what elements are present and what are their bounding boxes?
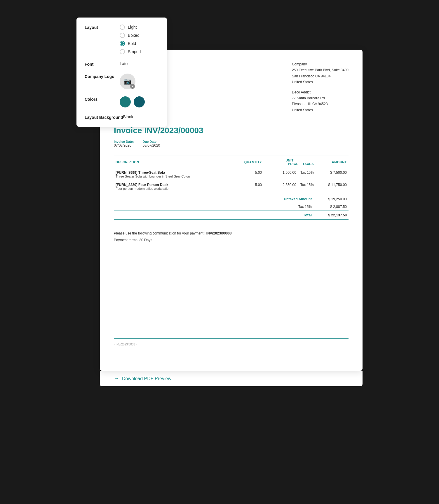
logo-label: Company Logo	[85, 74, 120, 79]
layout-row: Layout Light Boxed Bold Striped	[85, 25, 159, 54]
total-label: Total	[265, 213, 312, 217]
item1-amount: $ 7,500.00	[316, 168, 349, 181]
bg-label: Layout Background	[85, 114, 123, 120]
bg-value: Blank	[123, 114, 133, 119]
camera-icon: 📷	[124, 78, 132, 85]
item2-amount: $ 11,750.00	[316, 180, 349, 193]
add-logo-icon: +	[130, 84, 135, 89]
col-description: DESCRIPTION	[114, 156, 232, 168]
col-price: UNIT PRICE TAXES	[264, 156, 316, 168]
item2-price-taxes: 2,350.00 Tax 15%	[264, 180, 316, 193]
client-addr3: United States	[292, 107, 349, 113]
logo-row: Company Logo 📷 +	[85, 74, 159, 89]
font-label: Font	[85, 61, 120, 67]
color-swatch-2[interactable]	[134, 96, 145, 107]
invoice-title: Invoice INV/2023/00003	[114, 126, 349, 135]
logo-upload[interactable]: 📷 +	[120, 74, 135, 89]
arrow-icon: →	[114, 376, 119, 382]
table-header-row: DESCRIPTION QUANTITY UNIT PRICE TAXES AM…	[114, 156, 349, 168]
layout-label: Layout	[85, 25, 120, 30]
payment-ref: INV/2023/00003	[206, 231, 232, 235]
untaxed-amount: $ 19,250.00	[320, 197, 347, 201]
table-row: [FURN_8220] Four Person Desk Four person…	[114, 180, 349, 193]
col-quantity: QUANTITY	[232, 156, 264, 168]
font-row: Font Lato	[85, 61, 159, 67]
item2-qty: 5.00	[232, 180, 264, 193]
client-name: Deco Addict	[292, 89, 349, 95]
untaxed-label: Untaxed Amount	[265, 197, 312, 201]
download-label: Download PDF Preview	[122, 376, 171, 381]
table-row: [FURN_8999] Three-Seat Sofa Three Seater…	[114, 168, 349, 181]
tax-amount: $ 2,887.50	[320, 205, 347, 209]
client-block: Deco Addict 77 Santa Barbara Rd Pleasant…	[292, 89, 349, 113]
colors-row: Colors	[85, 96, 159, 107]
layout-options: Light Boxed Bold Striped	[120, 25, 141, 54]
invoice-date-label: Invoice Date:	[114, 140, 134, 143]
due-date-label: Due Date:	[142, 140, 160, 143]
footer-line	[114, 338, 349, 339]
download-bar: → Download PDF Preview	[100, 371, 363, 386]
invoice-date-group: Invoice Date: 07/08/2020	[114, 140, 134, 147]
col-unit-price: PRICE	[288, 162, 298, 166]
layout-option-boxed[interactable]: Boxed	[120, 33, 141, 38]
colors-label: Colors	[85, 96, 120, 102]
layout-panel: Layout Light Boxed Bold Striped	[76, 18, 167, 127]
totals-section: Untaxed Amount $ 19,250.00 Tax 15% $ 2,8…	[114, 195, 349, 220]
company-address: Company 250 Executive Park Blvd, Suite 3…	[292, 61, 349, 117]
company-block: Company 250 Executive Park Blvd, Suite 3…	[292, 61, 349, 85]
payment-section: Please use the following communication f…	[114, 230, 349, 244]
radio-bold[interactable]	[120, 41, 125, 46]
color-swatches	[120, 96, 145, 107]
radio-boxed[interactable]	[120, 33, 125, 38]
invoice-dates: Invoice Date: 07/08/2020 Due Date: 08/07…	[114, 140, 349, 147]
layout-option-striped[interactable]: Striped	[120, 49, 141, 54]
total-amount: $ 22,137.50	[320, 213, 347, 217]
company-addr3: United States	[292, 79, 349, 85]
layout-option-bold[interactable]: Bold	[120, 41, 141, 46]
untaxed-row: Untaxed Amount $ 19,250.00	[114, 195, 349, 203]
tax-row: Tax 15% $ 2,887.50	[114, 203, 349, 211]
footer-text: - INV/2023/0003 -	[114, 343, 137, 346]
company-name: Company	[292, 61, 349, 67]
bg-row: Layout Background Blank	[85, 114, 159, 120]
radio-light[interactable]	[120, 25, 125, 30]
payment-terms: Payment terms: 30 Days	[114, 237, 349, 244]
download-pdf-link[interactable]: → Download PDF Preview	[114, 376, 171, 382]
item1-price-taxes: 1,500.00 Tax 15%	[264, 168, 316, 181]
due-date-group: Due Date: 08/07/2020	[142, 140, 160, 147]
item1-desc: [FURN_8999] Three-Seat Sofa Three Seater…	[114, 168, 232, 181]
payment-note: Please use the following communication f…	[114, 230, 349, 237]
radio-striped[interactable]	[120, 49, 125, 54]
invoice-date-value: 07/08/2020	[114, 143, 134, 147]
col-amount: AMOUNT	[316, 156, 349, 168]
item2-desc: [FURN_8220] Four Person Desk Four person…	[114, 180, 232, 193]
company-addr1: 250 Executive Park Blvd, Suite 3400	[292, 67, 349, 73]
client-addr1: 77 Santa Barbara Rd	[292, 95, 349, 101]
color-swatch-1[interactable]	[120, 96, 131, 107]
due-date-value: 08/07/2020	[142, 143, 160, 147]
tax-label: Tax 15%	[265, 205, 312, 209]
col-taxes: TAXES	[303, 162, 314, 166]
font-value: Lato	[120, 61, 128, 66]
invoice-table: DESCRIPTION QUANTITY UNIT PRICE TAXES AM…	[114, 156, 349, 193]
total-row: Total $ 22,137.50	[114, 211, 349, 220]
client-addr2: Pleasant Hill CA 94523	[292, 101, 349, 107]
item1-qty: 5.00	[232, 168, 264, 181]
company-addr2: San Francisco CA 94134	[292, 73, 349, 79]
layout-option-light[interactable]: Light	[120, 25, 141, 30]
